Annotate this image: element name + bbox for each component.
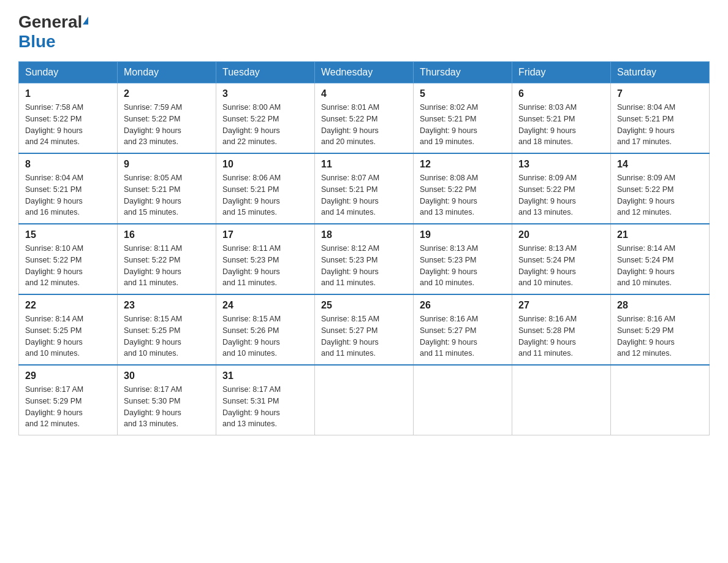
column-header-tuesday: Tuesday [216,62,315,83]
calendar-cell: 15Sunrise: 8:10 AMSunset: 5:22 PMDayligh… [19,224,118,294]
day-number: 27 [518,300,604,311]
calendar-cell: 23Sunrise: 8:15 AMSunset: 5:25 PMDayligh… [118,294,216,365]
calendar-cell: 28Sunrise: 8:16 AMSunset: 5:29 PMDayligh… [611,294,710,365]
day-info: Sunrise: 8:17 AMSunset: 5:31 PMDaylight:… [222,384,308,430]
day-number: 20 [518,229,604,240]
day-number: 6 [518,88,604,99]
calendar-cell: 13Sunrise: 8:09 AMSunset: 5:22 PMDayligh… [512,153,611,224]
column-header-saturday: Saturday [611,62,710,83]
column-header-thursday: Thursday [414,62,512,83]
day-number: 31 [222,370,308,381]
calendar-cell [611,365,710,435]
calendar-cell: 19Sunrise: 8:13 AMSunset: 5:23 PMDayligh… [414,224,512,294]
calendar-cell: 18Sunrise: 8:12 AMSunset: 5:23 PMDayligh… [315,224,414,294]
calendar-cell: 24Sunrise: 8:15 AMSunset: 5:26 PMDayligh… [216,294,315,365]
day-number: 30 [124,370,210,381]
day-info: Sunrise: 8:12 AMSunset: 5:23 PMDaylight:… [321,243,407,289]
calendar-header-row: SundayMondayTuesdayWednesdayThursdayFrid… [19,62,710,83]
day-number: 25 [321,300,407,311]
day-number: 14 [617,159,703,170]
day-number: 10 [222,159,308,170]
day-number: 16 [124,229,210,240]
calendar-cell: 30Sunrise: 8:17 AMSunset: 5:30 PMDayligh… [118,365,216,435]
day-number: 11 [321,159,407,170]
logo-blue: Blue [18,32,56,51]
calendar-cell: 17Sunrise: 8:11 AMSunset: 5:23 PMDayligh… [216,224,315,294]
column-header-wednesday: Wednesday [315,62,414,83]
calendar-cell: 11Sunrise: 8:07 AMSunset: 5:21 PMDayligh… [315,153,414,224]
day-info: Sunrise: 8:10 AMSunset: 5:22 PMDaylight:… [25,243,111,289]
day-info: Sunrise: 8:14 AMSunset: 5:25 PMDaylight:… [25,313,111,359]
day-info: Sunrise: 8:15 AMSunset: 5:25 PMDaylight:… [124,313,210,359]
day-info: Sunrise: 8:09 AMSunset: 5:22 PMDaylight:… [518,172,604,218]
page-header: General Blue [18,12,710,52]
calendar-week-row: 22Sunrise: 8:14 AMSunset: 5:25 PMDayligh… [19,294,710,365]
calendar-cell: 31Sunrise: 8:17 AMSunset: 5:31 PMDayligh… [216,365,315,435]
day-info: Sunrise: 8:07 AMSunset: 5:21 PMDaylight:… [321,172,407,218]
day-info: Sunrise: 8:01 AMSunset: 5:22 PMDaylight:… [321,102,407,148]
calendar-table: SundayMondayTuesdayWednesdayThursdayFrid… [18,61,710,435]
day-info: Sunrise: 8:05 AMSunset: 5:21 PMDaylight:… [124,172,210,218]
day-info: Sunrise: 8:17 AMSunset: 5:30 PMDaylight:… [124,384,210,430]
day-info: Sunrise: 8:06 AMSunset: 5:21 PMDaylight:… [222,172,308,218]
calendar-cell: 22Sunrise: 8:14 AMSunset: 5:25 PMDayligh… [19,294,118,365]
day-number: 19 [420,229,506,240]
day-info: Sunrise: 8:04 AMSunset: 5:21 PMDaylight:… [25,172,111,218]
day-number: 8 [25,159,111,170]
logo: General Blue [18,12,88,52]
column-header-friday: Friday [512,62,611,83]
day-info: Sunrise: 7:58 AMSunset: 5:22 PMDaylight:… [25,102,111,148]
day-number: 1 [25,88,111,99]
day-info: Sunrise: 8:14 AMSunset: 5:24 PMDaylight:… [617,243,703,289]
calendar-cell: 14Sunrise: 8:09 AMSunset: 5:22 PMDayligh… [611,153,710,224]
day-number: 15 [25,229,111,240]
column-header-monday: Monday [118,62,216,83]
calendar-cell: 5Sunrise: 8:02 AMSunset: 5:21 PMDaylight… [414,83,512,154]
day-info: Sunrise: 8:16 AMSunset: 5:27 PMDaylight:… [420,313,506,359]
calendar-cell: 27Sunrise: 8:16 AMSunset: 5:28 PMDayligh… [512,294,611,365]
calendar-cell [512,365,611,435]
day-number: 7 [617,88,703,99]
calendar-cell: 29Sunrise: 8:17 AMSunset: 5:29 PMDayligh… [19,365,118,435]
day-number: 13 [518,159,604,170]
day-info: Sunrise: 8:13 AMSunset: 5:24 PMDaylight:… [518,243,604,289]
day-number: 26 [420,300,506,311]
day-info: Sunrise: 8:09 AMSunset: 5:22 PMDaylight:… [617,172,703,218]
day-info: Sunrise: 8:16 AMSunset: 5:29 PMDaylight:… [617,313,703,359]
calendar-cell [414,365,512,435]
day-number: 18 [321,229,407,240]
calendar-cell: 1Sunrise: 7:58 AMSunset: 5:22 PMDaylight… [19,83,118,154]
calendar-cell: 3Sunrise: 8:00 AMSunset: 5:22 PMDaylight… [216,83,315,154]
calendar-cell: 9Sunrise: 8:05 AMSunset: 5:21 PMDaylight… [118,153,216,224]
day-info: Sunrise: 8:15 AMSunset: 5:26 PMDaylight:… [222,313,308,359]
logo-general: General [18,12,82,32]
day-number: 12 [420,159,506,170]
day-number: 4 [321,88,407,99]
calendar-cell: 26Sunrise: 8:16 AMSunset: 5:27 PMDayligh… [414,294,512,365]
calendar-week-row: 1Sunrise: 7:58 AMSunset: 5:22 PMDaylight… [19,83,710,154]
calendar-cell: 6Sunrise: 8:03 AMSunset: 5:21 PMDaylight… [512,83,611,154]
day-number: 3 [222,88,308,99]
calendar-cell: 4Sunrise: 8:01 AMSunset: 5:22 PMDaylight… [315,83,414,154]
day-number: 2 [124,88,210,99]
calendar-cell: 16Sunrise: 8:11 AMSunset: 5:22 PMDayligh… [118,224,216,294]
day-number: 17 [222,229,308,240]
day-info: Sunrise: 8:17 AMSunset: 5:29 PMDaylight:… [25,384,111,430]
calendar-week-row: 8Sunrise: 8:04 AMSunset: 5:21 PMDaylight… [19,153,710,224]
day-number: 9 [124,159,210,170]
day-info: Sunrise: 8:11 AMSunset: 5:22 PMDaylight:… [124,243,210,289]
day-info: Sunrise: 8:15 AMSunset: 5:27 PMDaylight:… [321,313,407,359]
calendar-cell: 21Sunrise: 8:14 AMSunset: 5:24 PMDayligh… [611,224,710,294]
column-header-sunday: Sunday [19,62,118,83]
day-info: Sunrise: 8:04 AMSunset: 5:21 PMDaylight:… [617,102,703,148]
logo-triangle-icon [83,17,88,25]
calendar-cell [315,365,414,435]
day-info: Sunrise: 8:11 AMSunset: 5:23 PMDaylight:… [222,243,308,289]
calendar-cell: 12Sunrise: 8:08 AMSunset: 5:22 PMDayligh… [414,153,512,224]
day-number: 24 [222,300,308,311]
day-number: 29 [25,370,111,381]
calendar-cell: 8Sunrise: 8:04 AMSunset: 5:21 PMDaylight… [19,153,118,224]
calendar-cell: 2Sunrise: 7:59 AMSunset: 5:22 PMDaylight… [118,83,216,154]
calendar-cell: 25Sunrise: 8:15 AMSunset: 5:27 PMDayligh… [315,294,414,365]
day-number: 23 [124,300,210,311]
